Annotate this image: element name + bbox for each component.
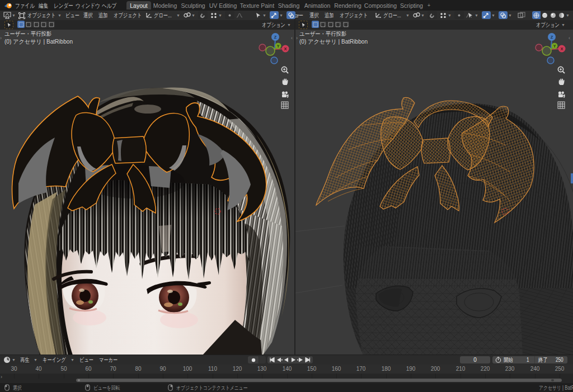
svg-text:ユーザー・平行投影: ユーザー・平行投影 xyxy=(299,30,346,37)
svg-text:›: › xyxy=(296,35,298,41)
svg-text:(0) アクセサリ | BatRibbon: (0) アクセサリ | BatRibbon xyxy=(299,38,368,45)
svg-text:›: › xyxy=(0,35,2,41)
svg-text:Z: Z xyxy=(551,35,553,40)
svg-text:‹: ‹ xyxy=(291,35,293,41)
svg-text:X: X xyxy=(560,46,563,51)
svg-text:Z: Z xyxy=(274,35,277,40)
svg-text:ユーザー・平行投影: ユーザー・平行投影 xyxy=(4,30,51,37)
svg-text:‹: ‹ xyxy=(569,35,570,41)
svg-text:X: X xyxy=(284,46,286,51)
svg-text:(0) アクセサリ | BatRibbon: (0) アクセサリ | BatRibbon xyxy=(4,38,73,45)
svg-text:Y: Y xyxy=(277,44,280,48)
svg-text:Y: Y xyxy=(553,44,556,48)
